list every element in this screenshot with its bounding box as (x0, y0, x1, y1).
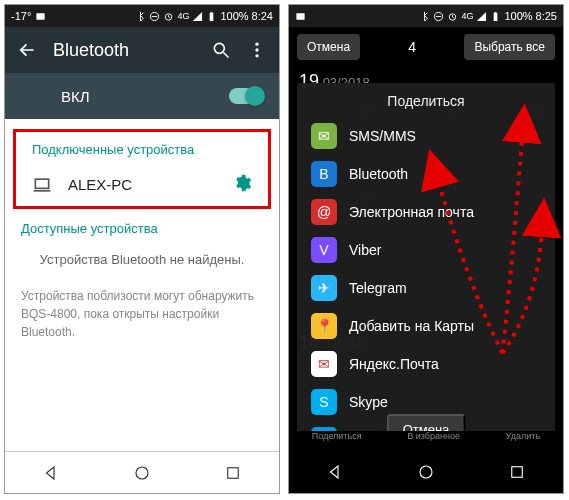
app-icon: ✉ (311, 351, 337, 377)
svg-rect-0 (37, 13, 45, 19)
share-item-label: Яндекс.Почта (349, 356, 439, 372)
battery-pct: 100% (504, 10, 532, 22)
nav-back-icon[interactable] (42, 464, 60, 482)
cancel-button[interactable]: Отмена (297, 34, 360, 60)
device-settings-button[interactable] (232, 173, 252, 196)
share-item-добавить-на-карты[interactable]: 📍Добавить на Карты (297, 307, 555, 345)
bluetooth-switch[interactable] (229, 88, 263, 104)
svg-point-10 (255, 54, 258, 57)
hint-text: Устройства поблизости могут обнаружить B… (5, 277, 279, 351)
svg-point-13 (136, 467, 148, 479)
svg-line-7 (224, 53, 229, 58)
share-item-label: Электронная почта (349, 204, 474, 220)
temp: -17° (11, 10, 31, 22)
signal-icon (192, 11, 203, 22)
alarm-icon (163, 11, 174, 22)
nav-back-icon[interactable] (326, 463, 344, 481)
share-item-bluetooth[interactable]: BBluetooth (297, 155, 555, 193)
app-icon: 📍 (311, 313, 337, 339)
svg-rect-22 (512, 467, 523, 478)
device-name: ALEX-PC (68, 176, 216, 193)
svg-rect-4 (210, 12, 214, 20)
bluetooth-icon (135, 11, 146, 22)
svg-point-6 (214, 43, 224, 53)
toggle-label: ВКЛ (61, 88, 90, 105)
action-favorite[interactable]: В избранное (407, 431, 460, 451)
connected-header: Подключенные устройства (16, 132, 268, 163)
action-share[interactable]: Поделиться (312, 431, 362, 451)
share-sheet: Поделиться ✉SMS/MMSBBluetooth@Электронна… (297, 83, 555, 463)
svg-point-8 (255, 43, 258, 46)
svg-rect-5 (211, 11, 213, 12)
net: 4G (177, 11, 189, 21)
nav-bar (5, 451, 279, 493)
share-item-label: Bluetooth (349, 166, 408, 182)
search-icon[interactable] (211, 40, 231, 60)
share-item-label: Telegram (349, 280, 407, 296)
dnd-icon (433, 11, 444, 22)
svg-rect-11 (35, 179, 48, 188)
battery-icon (206, 11, 217, 22)
nav-home-icon[interactable] (417, 463, 435, 481)
highlight-box: Подключенные устройства ALEX-PC (13, 129, 271, 209)
svg-rect-19 (494, 12, 498, 20)
bottom-actions: Поделиться В избранное Удалить (289, 431, 563, 451)
back-icon[interactable] (17, 40, 37, 60)
svg-rect-15 (296, 13, 304, 19)
toggle-bar: ВКЛ (5, 73, 279, 119)
gear-icon (232, 173, 252, 193)
clock: 8:24 (252, 10, 273, 22)
share-item-viber[interactable]: VViber (297, 231, 555, 269)
app-icon: B (311, 161, 337, 187)
available-header: Доступные устройства (5, 211, 279, 242)
select-all-button[interactable]: Выбрать все (464, 34, 555, 60)
net: 4G (461, 11, 473, 21)
share-item-яндекс-почта[interactable]: ✉Яндекс.Почта (297, 345, 555, 383)
right-phone: 4G 100% 8:25 Отмена 4 Выбрать все 19 03/… (288, 4, 564, 494)
nav-bar (289, 451, 563, 493)
battery-pct: 100% (220, 10, 248, 22)
share-item-label: Viber (349, 242, 381, 258)
status-bar: 4G 100% 8:25 (289, 5, 563, 27)
page-title: Bluetooth (53, 40, 195, 61)
device-row[interactable]: ALEX-PC (16, 163, 268, 206)
svg-rect-20 (495, 11, 497, 12)
action-delete[interactable]: Удалить (506, 431, 540, 451)
signal-icon (476, 11, 487, 22)
card-icon (35, 11, 46, 22)
app-icon: S (311, 389, 337, 415)
left-phone: -17° 4G 100% 8:24 Bluetooth ВКЛ (4, 4, 280, 494)
share-title: Поделиться (297, 87, 555, 117)
dnd-icon (149, 11, 160, 22)
app-icon: V (311, 237, 337, 263)
share-item-sms-mms[interactable]: ✉SMS/MMS (297, 117, 555, 155)
app-icon: @ (311, 199, 337, 225)
battery-icon (490, 11, 501, 22)
svg-point-9 (255, 48, 258, 51)
share-item-label: SMS/MMS (349, 128, 416, 144)
bluetooth-icon (419, 11, 430, 22)
svg-rect-14 (228, 467, 239, 478)
selection-bar: Отмена 4 Выбрать все (289, 27, 563, 67)
status-bar: -17° 4G 100% 8:24 (5, 5, 279, 27)
app-icon: ✉ (311, 123, 337, 149)
share-item-label: Добавить на Карты (349, 318, 474, 334)
nav-home-icon[interactable] (133, 464, 151, 482)
share-item-telegram[interactable]: ✈Telegram (297, 269, 555, 307)
clock: 8:25 (536, 10, 557, 22)
share-item-label: Skype (349, 394, 388, 410)
share-item-электронная-почта[interactable]: @Электронная почта (297, 193, 555, 231)
svg-point-21 (420, 466, 432, 478)
nav-recent-icon[interactable] (508, 463, 526, 481)
alarm-icon (447, 11, 458, 22)
more-icon[interactable] (247, 40, 267, 60)
nav-recent-icon[interactable] (224, 464, 242, 482)
app-bar: Bluetooth (5, 27, 279, 73)
laptop-icon (32, 175, 52, 195)
selection-count: 4 (368, 39, 456, 55)
not-found-text: Устройства Bluetooth не найдены. (5, 242, 279, 277)
app-icon: ✈ (311, 275, 337, 301)
card-icon (295, 11, 306, 22)
